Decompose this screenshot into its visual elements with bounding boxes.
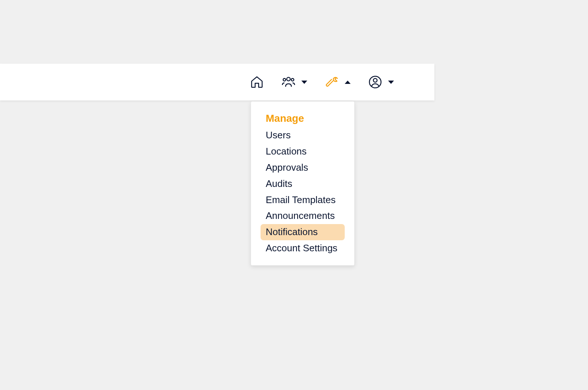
caret-down-icon <box>388 81 394 84</box>
svg-point-1 <box>283 78 286 81</box>
navbar <box>0 64 434 100</box>
dropdown-item-notifications[interactable]: Notifications <box>261 224 345 240</box>
dropdown-item-locations[interactable]: Locations <box>261 143 345 160</box>
svg-point-4 <box>373 78 377 82</box>
nav-people[interactable] <box>282 75 307 89</box>
svg-point-0 <box>287 77 290 81</box>
dropdown-item-email-templates[interactable]: Email Templates <box>261 192 345 208</box>
caret-up-icon <box>345 81 351 84</box>
home-icon <box>250 75 264 89</box>
svg-point-2 <box>291 78 294 81</box>
nav-home[interactable] <box>250 75 264 89</box>
dropdown-header: Manage <box>251 110 354 127</box>
people-icon <box>282 75 295 89</box>
dropdown-item-approvals[interactable]: Approvals <box>261 160 345 176</box>
manage-dropdown: Manage Users Locations Approvals Audits … <box>251 101 355 266</box>
wrench-icon <box>325 75 339 89</box>
dropdown-item-account-settings[interactable]: Account Settings <box>261 240 345 256</box>
caret-down-icon <box>301 81 307 84</box>
page-container: Manage Users Locations Approvals Audits … <box>0 0 588 390</box>
user-icon <box>368 75 382 89</box>
dropdown-item-users[interactable]: Users <box>261 127 345 143</box>
nav-account[interactable] <box>368 75 394 89</box>
dropdown-item-audits[interactable]: Audits <box>261 176 345 192</box>
dropdown-item-announcements[interactable]: Announcements <box>261 208 345 224</box>
nav-manage[interactable] <box>325 75 351 89</box>
